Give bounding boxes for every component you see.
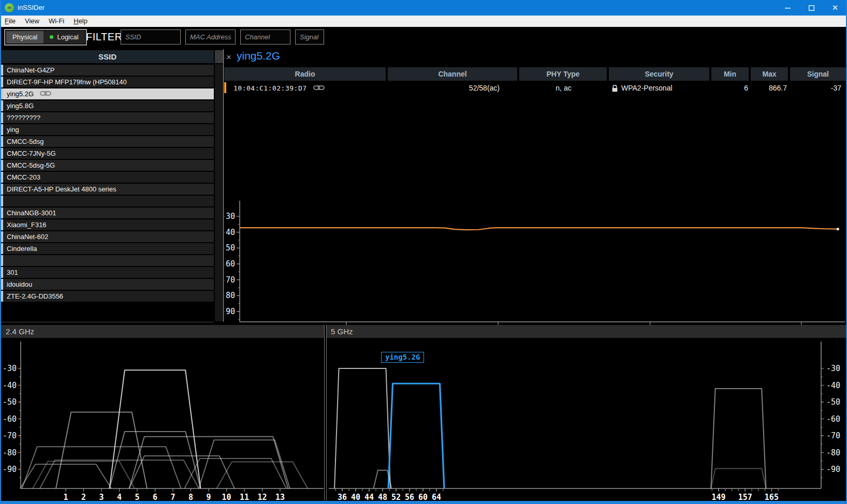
ssid-label: ying5.8G — [7, 102, 34, 110]
ssid-row[interactable]: Cinderella — [1, 243, 214, 254]
ssid-row[interactable]: ying5.8G — [1, 100, 214, 111]
signal-color-bar — [1, 255, 3, 266]
ssid-scrollbar-track[interactable] — [215, 64, 223, 321]
column-header-max[interactable]: Max — [751, 67, 788, 81]
svg-text:-60: -60 — [826, 414, 840, 424]
svg-text:157: 157 — [738, 493, 752, 501]
filter-input-mac-address[interactable] — [185, 29, 236, 45]
detail-close-button[interactable]: × — [226, 52, 231, 63]
ssid-row[interactable]: ChinaNet-602 — [1, 231, 214, 242]
ssid-row[interactable]: Xiaomi_F316 — [1, 219, 214, 230]
ssid-row[interactable]: DIRECT-9F-HP MFP179fnw (HP508140 — [1, 77, 214, 87]
filter-bar: Physical Logical FILTERS: — [0, 27, 847, 49]
maximize-icon — [809, 5, 814, 11]
ssid-row[interactable]: ChinaNet-G4ZP — [1, 65, 214, 76]
minimize-button[interactable] — [776, 0, 799, 16]
ssid-row[interactable] — [1, 255, 214, 266]
svg-text:-70: -70 — [826, 431, 840, 440]
signal-color-bar — [1, 267, 3, 278]
menu-item-view[interactable]: View — [20, 16, 44, 26]
svg-text:-50: -50 — [3, 397, 17, 407]
svg-text:-80: -80 — [826, 448, 840, 457]
close-button[interactable]: ✕ — [823, 0, 847, 16]
svg-text:11: 11 — [240, 493, 249, 501]
signal-color-bar — [1, 88, 3, 99]
svg-text:-40: -40 — [826, 381, 840, 390]
ssid-row[interactable]: CMCC-5dsg-5G — [1, 160, 214, 171]
filter-input-ssid[interactable] — [121, 29, 181, 45]
ssid-row[interactable]: ying5.2G — [1, 88, 214, 99]
svg-text:40: 40 — [351, 493, 360, 501]
radio-channel: 52/58(ac) — [388, 83, 500, 94]
svg-text:-30: -30 — [826, 364, 840, 373]
svg-text:64: 64 — [432, 493, 441, 501]
signal-color-bar — [1, 184, 3, 195]
ssid-row[interactable]: idouidou — [1, 279, 214, 290]
ssid-label: 301 — [7, 269, 18, 276]
svg-text:-50: -50 — [826, 397, 840, 407]
radio-mac[interactable]: 10:04:C1:02:39:D7 — [233, 83, 325, 94]
panel-divider — [223, 49, 224, 322]
signal-color-bar — [1, 219, 3, 230]
ssid-row[interactable]: DIRECT-A5-HP DeskJet 4800 series — [1, 184, 214, 195]
signal-color-bar — [1, 148, 3, 159]
menu-item-help[interactable]: Help — [69, 16, 92, 26]
ssid-scrollbar-corner — [215, 50, 223, 63]
column-header-signal[interactable]: Signal — [790, 67, 846, 81]
ssid-label: ????????? — [7, 114, 40, 122]
channels-24ghz-chart: -30-40-50-60-70-80-9012345678910111213 — [1, 338, 324, 501]
ssid-row[interactable]: ying — [1, 124, 214, 135]
svg-text:3: 3 — [99, 493, 104, 501]
signal-color-bar — [1, 291, 3, 302]
titlebar: in inSSIDer ✕ — [0, 0, 847, 16]
column-header-channel[interactable]: Channel — [388, 67, 517, 81]
ssid-row[interactable]: 301 — [1, 267, 214, 278]
maximize-button[interactable] — [799, 0, 823, 16]
logical-toggle-button[interactable]: Logical — [43, 31, 84, 43]
signal-color-bar — [1, 124, 3, 135]
column-header-radio[interactable]: Radio — [224, 67, 386, 81]
ssid-label: ChinaNGB-3001 — [7, 209, 56, 217]
svg-text:-90: -90 — [224, 307, 235, 316]
lock-icon — [612, 85, 618, 92]
radio-accent-bar — [224, 82, 226, 93]
filter-input-signal[interactable] — [295, 29, 324, 45]
column-header-security[interactable]: Security — [609, 67, 709, 81]
ssid-label: ChinaNet-G4ZP — [7, 66, 54, 74]
signal-time-chart: -30-40-50-60-70-80-9015:35:3015:36:30 — [224, 197, 847, 339]
app-window: in inSSIDer ✕ FileViewWi-FiHelp Physical… — [0, 0, 847, 504]
detail-title: ying5.2G — [237, 50, 280, 62]
signal-color-bar — [1, 196, 3, 206]
svg-text:48: 48 — [378, 493, 387, 501]
filter-input-channel[interactable] — [240, 29, 290, 45]
svg-text:-80: -80 — [3, 448, 17, 457]
ssid-row[interactable]: CMCC-5dsg — [1, 136, 214, 147]
svg-text:-40: -40 — [3, 381, 17, 390]
svg-text:-40: -40 — [224, 228, 235, 237]
ssid-label: CMCC-5dsg — [7, 138, 44, 145]
menu-item-file[interactable]: File — [0, 16, 20, 26]
ssid-label: CMCC-5dsg-5G — [7, 161, 55, 169]
menu-bar: FileViewWi-FiHelp — [0, 16, 847, 27]
ssid-row[interactable]: ????????? — [1, 112, 214, 123]
column-header-min[interactable]: Min — [711, 67, 749, 81]
svg-text:13: 13 — [275, 493, 285, 501]
svg-text:52: 52 — [391, 493, 401, 501]
signal-color-bar — [1, 100, 3, 111]
ssid-label: ying5.2G — [7, 90, 34, 98]
menu-item-wi-fi[interactable]: Wi-Fi — [44, 16, 69, 26]
ssid-row[interactable] — [1, 196, 214, 206]
column-header-phy_type[interactable]: PHY Type — [519, 67, 607, 81]
ssid-row[interactable]: ZTE-2.4G-DD3556 — [1, 291, 214, 302]
ssid-row[interactable]: CMCC-203 — [1, 172, 214, 183]
security-label: WPA2-Personal — [621, 83, 673, 94]
signal-color-bar — [1, 65, 3, 76]
ssid-row[interactable]: ChinaNGB-3001 — [1, 207, 214, 218]
window-border-bottom — [0, 501, 847, 504]
svg-text:-50: -50 — [224, 243, 235, 253]
ssid-column-header[interactable]: SSID — [1, 50, 214, 63]
physical-toggle-button[interactable]: Physical — [6, 31, 43, 43]
svg-text:165: 165 — [765, 493, 779, 501]
ssid-label: ChinaNet-602 — [7, 233, 48, 241]
ssid-row[interactable]: CMCC-7JNy-5G — [1, 148, 214, 159]
